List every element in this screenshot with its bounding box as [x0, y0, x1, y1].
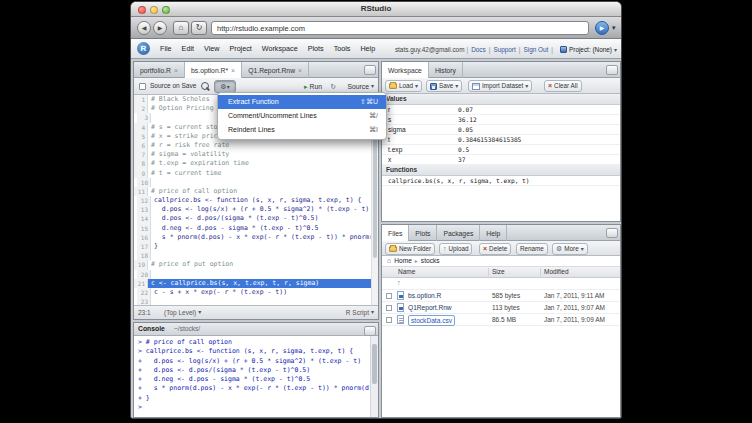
editor-line[interactable]: 7 # sigma = volatility — [134, 150, 371, 159]
upload-button[interactable]: ↑Upload — [439, 243, 472, 255]
column-header-name[interactable]: Name — [398, 267, 415, 277]
file-name[interactable]: bs.option.R — [408, 290, 441, 302]
console-scrollbar-thumb[interactable] — [372, 344, 377, 384]
account-link[interactable]: Support — [492, 46, 516, 53]
clear-all-button[interactable]: ×Clear All — [544, 80, 582, 92]
load-workspace-button[interactable]: Load▾ — [385, 80, 422, 92]
file-checkbox[interactable] — [386, 293, 392, 299]
files-tab[interactable]: Packages — [437, 225, 480, 241]
menu-option[interactable]: Reindent Lines ⌘I — [218, 123, 386, 137]
back-button[interactable]: ◀ — [137, 21, 151, 35]
editor-line[interactable]: 15 d.neg <- d.pos - sigma * (t.exp - t)^… — [134, 224, 371, 233]
source-tab[interactable]: bs.option.R* × — [185, 62, 242, 78]
editor-line[interactable]: 14 d.pos <- d.pos/(sigma * (t.exp - t)^0… — [134, 214, 371, 223]
source-tab[interactable]: portfolio.R × — [134, 62, 185, 78]
workspace-value-row[interactable]: r 0.07 — [382, 105, 620, 115]
file-row[interactable]: stockData.csv 86.5 MB Jan 7, 2011, 9:09 … — [382, 314, 620, 326]
editor-line[interactable]: 12 callprice.bs <- function (s, x, r, si… — [134, 196, 371, 205]
breadcrumb-folder[interactable]: stocks — [421, 256, 440, 266]
workspace-tab[interactable]: History — [429, 62, 463, 78]
editor-line[interactable]: 11 # price of call option — [134, 187, 371, 196]
close-tab-icon[interactable]: × — [174, 63, 178, 78]
url-input[interactable] — [211, 21, 589, 35]
browser-menu-caret-icon[interactable]: ▾ — [612, 24, 616, 32]
menu-item[interactable]: Plots — [303, 39, 329, 59]
editor-line[interactable]: 13 d.pos <- log(s/x) + (r + 0.5 * sigma^… — [134, 205, 371, 214]
menu-item[interactable]: Help — [355, 39, 380, 59]
editor-line[interactable]: 10 — [134, 178, 371, 187]
maximize-pane-button[interactable] — [364, 326, 376, 336]
close-tab-icon[interactable]: × — [298, 63, 302, 78]
maximize-pane-button[interactable] — [606, 228, 618, 238]
breadcrumb-home[interactable]: Home — [394, 256, 412, 266]
workspace-function-row[interactable]: callprice.bs(s, x, r, sigma, t.exp, t) — [382, 176, 620, 186]
editor-line[interactable]: 6 # r = risk free rate — [134, 141, 371, 150]
maximize-pane-button[interactable] — [364, 65, 376, 75]
editor-line[interactable]: 8 # t.exp = expiration time — [134, 159, 371, 168]
forward-button[interactable]: ▶ — [153, 21, 167, 35]
workspace-value-row[interactable]: x 37 — [382, 155, 620, 165]
file-checkbox[interactable] — [386, 317, 392, 323]
menu-option[interactable]: Comment/Uncomment Lines ⌘/ — [218, 109, 386, 123]
rename-button[interactable]: Rename — [516, 243, 548, 255]
refresh-button[interactable]: ↻ — [191, 21, 207, 35]
menu-item[interactable]: Tools — [329, 39, 356, 59]
more-button[interactable]: ⚙More▾ — [552, 243, 588, 255]
scope-selector[interactable]: (Top Level)▾ — [164, 306, 201, 319]
import-dataset-button[interactable]: Import Dataset▾ — [468, 80, 532, 92]
file-name[interactable]: Q1Report.Rnw — [408, 302, 452, 314]
workspace-value-row[interactable]: sigma 0.05 — [382, 125, 620, 135]
file-row[interactable]: bs.option.R 585 bytes Jan 7, 2011, 9:11 … — [382, 290, 620, 302]
zoom-window-button[interactable] — [162, 6, 170, 14]
menu-option[interactable]: Extract Function ⇧⌘U — [218, 95, 386, 109]
file-name[interactable]: stockData.csv — [408, 315, 455, 326]
editor-line[interactable]: 18 — [134, 251, 371, 260]
account-link[interactable]: Docs — [470, 46, 487, 53]
go-button[interactable]: ▶ — [595, 21, 609, 35]
new-folder-button[interactable]: New Folder — [385, 243, 435, 255]
editor-line[interactable]: 16 s * pnorm(d.pos) - x * exp(- r * (t.e… — [134, 233, 371, 242]
console-output[interactable]: > # price of call option> callprice.bs <… — [134, 336, 370, 417]
account-link[interactable]: Sign Out — [522, 46, 549, 53]
parent-directory-row[interactable]: ↑ — [382, 278, 620, 290]
source-tab[interactable]: Q1.Report.Rnw × — [242, 62, 309, 78]
files-tab[interactable]: Help — [480, 225, 507, 241]
editor-line[interactable]: 19 # price of put option — [134, 260, 371, 269]
workspace-value-row[interactable]: s 36.12 — [382, 115, 620, 125]
maximize-pane-button[interactable] — [606, 65, 618, 75]
close-tab-icon[interactable]: × — [231, 63, 235, 78]
project-selector[interactable]: Project: (None) ▾ — [560, 46, 617, 53]
minimize-window-button[interactable] — [150, 6, 158, 14]
workspace-tab[interactable]: Workspace — [382, 62, 429, 78]
editor-line[interactable]: 23 — [134, 297, 371, 305]
file-row[interactable]: Q1Report.Rnw 113 bytes Jan 7, 2011, 9:07… — [382, 302, 620, 314]
home-icon: ⌂ — [179, 23, 184, 32]
editor-line[interactable]: 21 c <- callprice.bs(s, x, t.exp, t, r, … — [134, 279, 371, 288]
delete-button[interactable]: ×Delete — [479, 243, 511, 255]
menu-item[interactable]: View — [199, 39, 224, 59]
file-type-selector[interactable]: R Script▾ — [346, 306, 374, 319]
console-line: + d.pos <- log(s/x) + (r + 0.5 * sigma^2… — [138, 357, 370, 366]
menu-item[interactable]: File — [155, 39, 177, 59]
files-tab[interactable]: Plots — [409, 225, 437, 241]
search-icon[interactable] — [201, 82, 211, 92]
editor-line[interactable]: 20 — [134, 270, 371, 279]
home-button[interactable]: ⌂ — [173, 21, 189, 35]
file-checkbox[interactable] — [386, 305, 392, 311]
column-header-modified[interactable]: Modified — [544, 267, 569, 277]
workspace-value-row[interactable]: t 0.384615384615385 — [382, 135, 620, 145]
files-tab[interactable]: Files — [382, 225, 409, 241]
menu-item[interactable]: Workspace — [257, 39, 303, 59]
tab-label: Q1.Report.Rnw — [248, 63, 295, 78]
editor-line[interactable]: 22 c - s + x * exp(- r * (t.exp - t)) — [134, 288, 371, 297]
workspace-value-row[interactable]: t.exp 0.5 — [382, 145, 620, 155]
editor-line[interactable]: 17 } — [134, 242, 371, 251]
menu-item[interactable]: Project — [224, 39, 256, 59]
source-on-save-checkbox[interactable] — [139, 83, 146, 90]
window-titlebar[interactable]: RStudio — [131, 2, 621, 17]
menu-item[interactable]: Edit — [177, 39, 199, 59]
close-window-button[interactable] — [138, 6, 146, 14]
column-header-size[interactable]: Size — [492, 267, 505, 277]
save-workspace-button[interactable]: Save▾ — [426, 80, 462, 92]
editor-line[interactable]: 9 # t = current time — [134, 169, 371, 178]
